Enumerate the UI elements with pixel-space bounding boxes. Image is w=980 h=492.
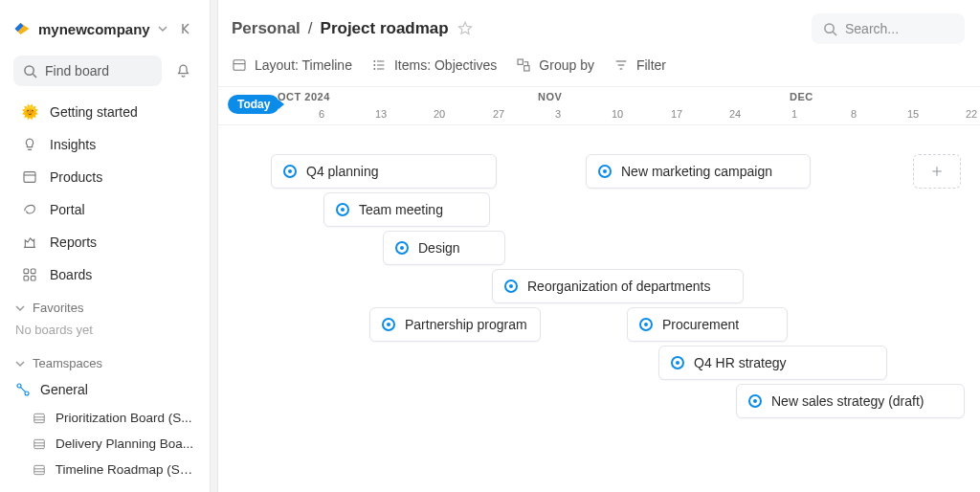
timeline-card[interactable]: Team meeting — [323, 192, 490, 227]
card-label: Q4 HR strategy — [694, 355, 786, 370]
resize-gutter[interactable] — [211, 0, 218, 492]
card-label: Design — [418, 240, 460, 256]
timeline-card[interactable]: Partnership program — [369, 307, 541, 342]
objective-dot-icon — [671, 356, 684, 369]
svg-point-0 — [25, 65, 33, 74]
date-tick: 13 — [375, 108, 387, 120]
favorites-label: Favorites — [33, 301, 83, 315]
board-item[interactable]: Timeline Roadmap (Sa... — [0, 457, 210, 482]
sidebar-item-label: Boards — [50, 267, 92, 282]
search-icon — [823, 22, 837, 36]
timeline-card[interactable]: Design — [383, 231, 505, 265]
sidebar-item-products[interactable]: Products — [6, 161, 204, 193]
timeline-card[interactable]: Procurement — [627, 307, 788, 342]
svg-rect-21 — [234, 60, 245, 71]
svg-line-1 — [33, 74, 36, 78]
group-icon — [516, 57, 531, 73]
timeline-card[interactable]: New sales strategy (draft) — [736, 384, 965, 418]
svg-rect-2 — [24, 172, 35, 183]
svg-point-23 — [373, 60, 375, 62]
board-icon — [33, 437, 46, 451]
add-card-slot[interactable] — [913, 154, 961, 189]
items-picker[interactable]: Items: Objectives — [371, 57, 497, 73]
list-icon — [371, 57, 387, 73]
groupby-label: Group by — [539, 57, 594, 73]
svg-rect-16 — [34, 465, 45, 474]
teamspace-name: General — [40, 382, 88, 397]
sidebar-item-insights[interactable]: Insights — [6, 128, 204, 161]
date-tick: 17 — [671, 108, 682, 120]
objective-dot-icon — [283, 165, 297, 178]
board-icon — [33, 463, 46, 477]
collapse-sidebar-button[interactable] — [177, 15, 196, 42]
card-label: New sales strategy (draft) — [771, 393, 924, 409]
view-toolbar: Layout: Timeline Items: Objectives Group… — [218, 54, 980, 87]
sidebar-item-portal[interactable]: Portal — [6, 193, 204, 226]
filter-label: Filter — [636, 57, 666, 73]
sidebar: mynewcompany Find board 🌞 Getting starte… — [0, 0, 211, 492]
board-label: Timeline Roadmap (Sa... — [56, 462, 194, 477]
svg-rect-6 — [24, 276, 29, 280]
breadcrumb-parent[interactable]: Personal — [232, 19, 301, 38]
timeline-card[interactable]: Reorganization of departments — [492, 269, 744, 303]
objective-dot-icon — [748, 394, 762, 408]
sidebar-item-label: Portal — [50, 202, 85, 217]
date-tick: 8 — [851, 108, 857, 120]
notifications-button[interactable] — [169, 57, 196, 84]
svg-line-20 — [833, 32, 836, 35]
svg-rect-5 — [31, 269, 35, 274]
find-board-label: Find board — [45, 63, 109, 78]
timeline-card[interactable]: Q4 planning — [271, 154, 497, 189]
breadcrumb-current[interactable]: Project roadmap — [321, 19, 449, 38]
month-label: OCT 2024 — [278, 91, 330, 102]
sidebar-item-reports[interactable]: Reports — [6, 226, 204, 258]
card-label: Procurement — [662, 317, 739, 332]
date-tick: 20 — [434, 108, 445, 120]
month-label: NOV — [538, 91, 562, 102]
workspace-name: mynewcompany — [38, 21, 150, 37]
sidebar-item-boards[interactable]: Boards — [6, 258, 204, 291]
star-button[interactable] — [457, 20, 474, 37]
filter-picker[interactable]: Filter — [613, 57, 666, 73]
layout-picker[interactable]: Layout: Timeline — [232, 57, 352, 73]
timeline-card[interactable]: New marketing campaign — [586, 154, 811, 189]
chart-icon — [21, 234, 38, 251]
svg-rect-29 — [518, 59, 523, 64]
teamspace-general[interactable]: General — [0, 374, 210, 405]
favorites-header[interactable]: Favorites — [0, 291, 210, 319]
find-board-input[interactable]: Find board — [13, 56, 162, 86]
global-search[interactable]: Search... — [812, 13, 965, 44]
date-tick: 15 — [907, 108, 919, 120]
chevron-down-icon — [15, 303, 25, 313]
app-logo-icon — [13, 20, 31, 37]
workspace-switcher[interactable]: mynewcompany — [0, 10, 210, 56]
board-label: Delivery Planning Boa... — [56, 436, 193, 451]
groupby-picker[interactable]: Group by — [516, 57, 594, 73]
teamspaces-header[interactable]: Teamspaces — [0, 347, 210, 374]
board-item[interactable]: Delivery Planning Boa... — [0, 431, 210, 457]
timeline-card[interactable]: Q4 HR strategy — [658, 346, 887, 380]
breadcrumb: Personal / Project roadmap — [232, 19, 474, 38]
date-tick: 10 — [612, 108, 623, 120]
svg-rect-30 — [524, 66, 529, 71]
objective-dot-icon — [336, 203, 349, 216]
svg-rect-4 — [24, 269, 29, 274]
card-label: Team meeting — [359, 202, 443, 217]
svg-rect-7 — [31, 276, 35, 280]
sidebar-item-label: Getting started — [50, 104, 138, 120]
layout-label: Layout: Timeline — [255, 57, 352, 73]
date-tick: 1 — [791, 108, 797, 120]
window-icon — [21, 168, 38, 186]
board-label: Prioritization Board (S... — [56, 411, 192, 425]
timeline[interactable]: Today OCT 2024NOVDEC61320273101724181522… — [218, 87, 980, 492]
bulb-icon — [21, 136, 38, 153]
timeline-header: OCT 2024NOVDEC61320273101724181522 — [218, 87, 980, 125]
board-item[interactable]: Prioritization Board (S... — [0, 405, 210, 431]
date-tick: 24 — [729, 108, 741, 120]
search-placeholder: Search... — [845, 21, 899, 36]
svg-point-19 — [825, 23, 834, 32]
sun-icon: 🌞 — [21, 103, 38, 121]
objective-dot-icon — [395, 241, 409, 255]
chevron-down-icon — [158, 24, 167, 34]
sidebar-item-getting-started[interactable]: 🌞 Getting started — [6, 96, 204, 128]
